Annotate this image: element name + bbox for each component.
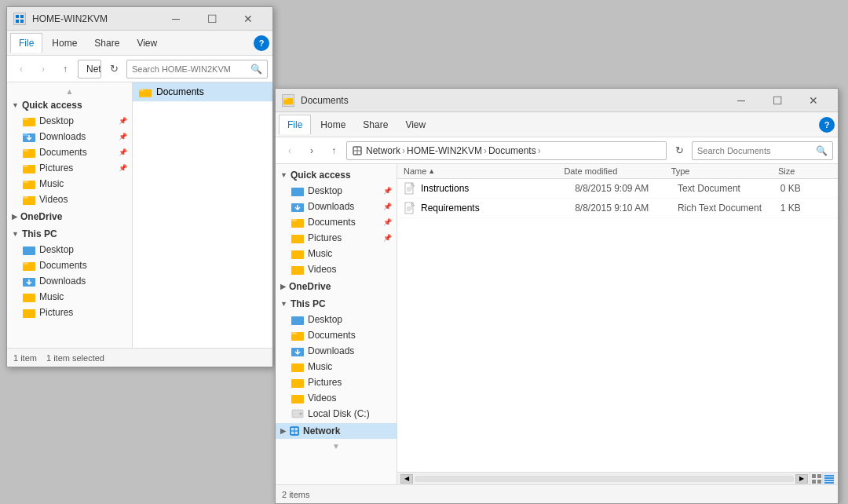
- sidebar-pc-desktop-fg[interactable]: Desktop: [276, 312, 397, 327]
- sidebar-pictures-fg[interactable]: Pictures 📌: [276, 230, 397, 246]
- up-btn-fg[interactable]: ↑: [324, 141, 343, 160]
- scroll-left-btn[interactable]: ◀: [400, 474, 413, 484]
- scroll-right-btn[interactable]: ▶: [795, 474, 808, 484]
- this-pc-header-bg[interactable]: ▼ This PC: [7, 226, 132, 242]
- sidebar-downloads-fg[interactable]: Downloads 📌: [276, 199, 397, 214]
- sidebar-pc-desktop-bg[interactable]: Desktop: [7, 242, 132, 257]
- search-box-fg[interactable]: 🔍: [692, 141, 833, 160]
- h-scrollbar[interactable]: ◀ ▶: [397, 472, 838, 484]
- this-pc-header-fg[interactable]: ▼ This PC: [276, 296, 397, 312]
- search-input-fg[interactable]: [697, 146, 813, 155]
- h-scroll-track[interactable]: [415, 476, 794, 482]
- folder-documents-row[interactable]: Documents: [133, 82, 272, 102]
- back-btn-fg[interactable]: ‹: [280, 141, 299, 160]
- svg-rect-0: [16, 15, 19, 18]
- view-toggle-list[interactable]: [822, 473, 835, 485]
- quick-access-header-fg[interactable]: ▼ Quick access: [276, 167, 397, 183]
- documents-folder-icon-fg: [291, 217, 304, 228]
- sidebar-desktop-bg[interactable]: Desktop 📌: [7, 113, 132, 129]
- sidebar-pc-downloads-fg[interactable]: Downloads: [276, 343, 397, 359]
- maximize-btn-bg[interactable]: ☐: [194, 7, 230, 31]
- network-label-fg: Network: [303, 425, 340, 436]
- label-documents-fg: Documents: [308, 217, 356, 228]
- sidebar-pc-documents-bg[interactable]: Documents: [7, 257, 132, 273]
- sidebar-videos-bg[interactable]: Videos: [7, 192, 132, 207]
- window-home-win2kvm[interactable]: HOME-WIN2KVM ─ ☐ ✕ File Home Share View …: [6, 6, 273, 367]
- sidebar-pc-music-bg[interactable]: Music: [7, 289, 132, 305]
- up-btn-bg[interactable]: ↑: [56, 60, 75, 79]
- back-btn-bg[interactable]: ‹: [12, 60, 31, 79]
- ribbon-bg: File Home Share View ?: [7, 31, 272, 56]
- window-title-fg: Documents: [301, 95, 723, 106]
- svg-rect-56: [817, 480, 821, 484]
- ribbon-share-bg[interactable]: Share: [86, 34, 127, 53]
- sidebar-music-label: Music: [39, 178, 64, 189]
- label-pictures-fg: Pictures: [308, 232, 342, 243]
- ribbon-file-fg[interactable]: File: [279, 115, 311, 134]
- close-btn-fg[interactable]: ✕: [795, 89, 832, 112]
- close-btn-bg[interactable]: ✕: [230, 7, 266, 31]
- network-sidebar-icon-fg: [289, 425, 300, 436]
- path-network-bg: Network: [86, 64, 101, 75]
- sidebar-documents-bg[interactable]: Documents 📌: [7, 144, 132, 160]
- file-instructions-row[interactable]: Instructions 8/8/2015 9:09 AM Text Docum…: [397, 179, 838, 199]
- col-size-header[interactable]: Size: [778, 166, 832, 177]
- onedrive-header-bg[interactable]: ▶ OneDrive: [7, 209, 132, 225]
- sidebar-pictures-bg[interactable]: Pictures 📌: [7, 160, 132, 176]
- sidebar-pc-music-fg[interactable]: Music: [276, 359, 397, 374]
- col-name-header[interactable]: Name ▲: [404, 166, 564, 176]
- desktop-folder-icon-fg: [291, 185, 304, 196]
- sidebar-pc-videos-fg[interactable]: Videos: [276, 390, 397, 406]
- sidebar-pc-documents-label: Documents: [39, 260, 87, 271]
- sidebar-pc-pictures-fg[interactable]: Pictures: [276, 374, 397, 390]
- col-type-header[interactable]: Type: [671, 166, 778, 177]
- search-box-bg[interactable]: 🔍: [126, 60, 268, 79]
- svg-rect-40: [291, 379, 304, 388]
- refresh-btn-fg[interactable]: ↻: [670, 141, 689, 160]
- sidebar-downloads-bg[interactable]: Downloads 📌: [7, 129, 132, 144]
- help-btn-bg[interactable]: ?: [254, 35, 269, 51]
- ribbon-file-bg[interactable]: File: [10, 33, 42, 53]
- forward-btn-bg[interactable]: ›: [34, 60, 53, 79]
- pc-videos-label-fg: Videos: [308, 393, 336, 404]
- help-btn-fg[interactable]: ?: [819, 117, 835, 133]
- ribbon-home-fg[interactable]: Home: [313, 115, 353, 134]
- instructions-size: 0 KB: [780, 183, 832, 194]
- sidebar-documents-fg[interactable]: Documents 📌: [276, 214, 397, 230]
- forward-btn-fg[interactable]: ›: [302, 141, 321, 160]
- path-documents-fg: Documents: [488, 145, 536, 156]
- refresh-btn-bg[interactable]: ↻: [104, 60, 123, 79]
- downloads-folder-icon-fg: [291, 201, 304, 212]
- address-path-fg[interactable]: Network › HOME-WIN2KVM › Documents ›: [346, 141, 667, 160]
- sidebar-pc-pictures-bg[interactable]: Pictures: [7, 305, 132, 320]
- pin-pictures-fg: 📌: [383, 234, 392, 242]
- minimize-btn-bg[interactable]: ─: [158, 7, 194, 31]
- view-toggle-grid[interactable]: [810, 473, 822, 485]
- sidebar-music-bg[interactable]: Music: [7, 176, 132, 192]
- maximize-btn-fg[interactable]: ☐: [759, 89, 795, 112]
- desktop-folder-icon: [23, 115, 35, 126]
- ribbon-share-fg[interactable]: Share: [355, 115, 396, 134]
- quick-access-header[interactable]: ▼ Quick access: [7, 97, 132, 113]
- network-header-fg[interactable]: ▶ Network: [276, 423, 397, 439]
- sidebar-pc-documents-fg[interactable]: Documents: [276, 327, 397, 343]
- instructions-type: Text Document: [678, 183, 780, 194]
- onedrive-header-fg[interactable]: ▶ OneDrive: [276, 279, 397, 294]
- minimize-btn-fg[interactable]: ─: [723, 89, 759, 112]
- sidebar-music-fg[interactable]: Music: [276, 246, 397, 261]
- sidebar-pc-desktop-label: Desktop: [39, 244, 74, 255]
- col-date-header[interactable]: Date modified: [564, 166, 671, 177]
- search-input-bg[interactable]: [132, 64, 247, 74]
- ribbon-view-fg[interactable]: View: [397, 115, 433, 134]
- ribbon-view-bg[interactable]: View: [129, 34, 165, 53]
- file-requirements-row[interactable]: Requirements 8/8/2015 9:10 AM Rich Text …: [397, 199, 838, 218]
- sidebar-videos-fg[interactable]: Videos: [276, 261, 397, 277]
- window-documents[interactable]: Documents ─ ☐ ✕ File Home Share View ? ‹…: [275, 88, 839, 504]
- address-path-bg[interactable]: Network › HOME-WIN2KVM ›: [78, 60, 101, 79]
- ribbon-home-bg[interactable]: Home: [44, 34, 85, 53]
- window-controls-bg[interactable]: ─ ☐ ✕: [158, 7, 266, 31]
- sidebar-pc-downloads-bg[interactable]: Downloads: [7, 273, 132, 289]
- sidebar-desktop-fg[interactable]: Desktop 📌: [276, 183, 397, 199]
- sidebar-pc-localdisk-fg[interactable]: Local Disk (C:): [276, 406, 397, 422]
- window-controls-fg[interactable]: ─ ☐ ✕: [723, 89, 832, 112]
